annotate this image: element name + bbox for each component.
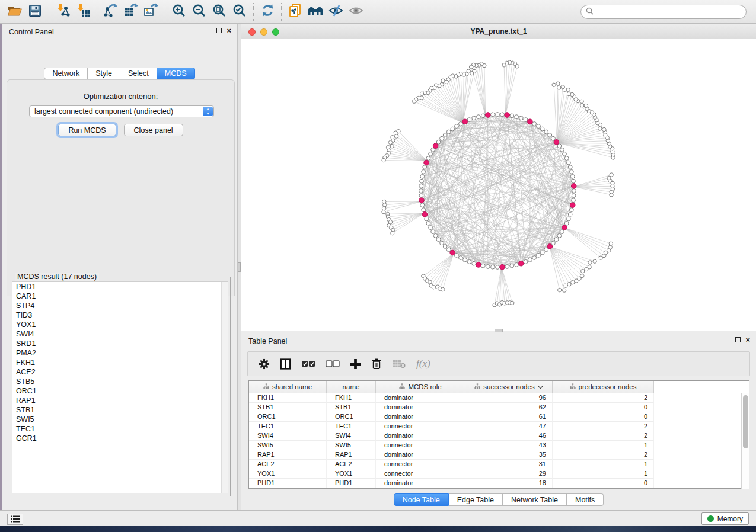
import-table-button[interactable] — [73, 2, 93, 21]
column-header-name[interactable]: name — [327, 381, 376, 393]
network-window-titlebar[interactable]: YPA_prune.txt_1 — [241, 24, 756, 39]
column-header-successor-nodes[interactable]: successor nodes — [465, 381, 553, 393]
scrollbar-thumb[interactable] — [743, 395, 748, 448]
cell-mcds-role: dominator — [376, 412, 465, 422]
select-all-icon[interactable] — [301, 360, 315, 368]
table-panel: Table Panel × f(x) shared namenameMCDS r… — [241, 333, 756, 508]
mcds-result-item[interactable]: STB1 — [12, 405, 228, 415]
column-header-mcds-role[interactable]: MCDS role — [376, 381, 465, 393]
table-row[interactable]: SWI4SWI4dominator462 — [249, 431, 654, 441]
column-header-shared-name[interactable]: shared name — [249, 381, 327, 393]
mcds-result-item[interactable]: PMA2 — [12, 348, 228, 358]
tab-select[interactable]: Select — [120, 68, 157, 79]
mcds-result-item[interactable]: ACE2 — [12, 367, 228, 377]
show-columns-button[interactable] — [280, 358, 291, 370]
toolbar-separator — [253, 3, 254, 21]
close-panel-icon[interactable]: × — [227, 28, 231, 33]
tab-motifs[interactable]: Motifs — [567, 493, 604, 506]
mcds-list-scrollbar[interactable] — [221, 282, 228, 493]
tab-node-table[interactable]: Node Table — [394, 493, 449, 506]
hierarchy-icon — [399, 383, 405, 390]
show-all-button[interactable] — [346, 2, 366, 21]
splitter-handle[interactable] — [495, 329, 503, 332]
mcds-result-item[interactable]: RAP1 — [12, 396, 228, 405]
table-row[interactable]: YOX1YOX1connector291 — [249, 469, 654, 479]
criterion-dropdown[interactable]: largest connected component (undirected)… — [29, 105, 214, 117]
node-table[interactable]: shared namenameMCDS rolesuccessor nodesp… — [248, 380, 749, 489]
memory-button[interactable]: Memory — [701, 512, 749, 525]
cell-mcds-role: connector — [376, 460, 465, 469]
mcds-result-item[interactable]: SWI5 — [12, 415, 228, 424]
mcds-result-item[interactable]: SRD1 — [12, 339, 228, 348]
tab-network[interactable]: Network — [44, 68, 88, 79]
export-image-button[interactable] — [141, 2, 161, 21]
search-box[interactable] — [580, 5, 747, 19]
export-network-button[interactable] — [101, 2, 121, 21]
network-canvas[interactable] — [241, 39, 756, 331]
zoom-selected-button[interactable] — [229, 2, 250, 21]
table-row[interactable]: RAP1RAP1dominator352 — [249, 450, 654, 460]
mcds-result-item[interactable]: SWI4 — [12, 329, 228, 339]
clone-network-icon — [288, 3, 303, 21]
memory-status-icon — [707, 515, 714, 522]
add-column-button[interactable] — [350, 358, 361, 370]
table-toolbar: f(x) — [247, 351, 750, 376]
float-panel-icon[interactable] — [216, 28, 222, 33]
import-network-button[interactable] — [53, 2, 73, 21]
cell-shared-name: YOX1 — [249, 469, 327, 479]
clone-network-button[interactable] — [285, 2, 305, 21]
dropdown-stepper-icon: ▲▼ — [203, 107, 213, 116]
refresh-layout-button[interactable] — [257, 2, 277, 21]
cell-successor-nodes: 47 — [465, 422, 553, 431]
table-row[interactable]: STB1STB1dominator620 — [249, 403, 654, 412]
first-neighbors-button[interactable] — [305, 2, 326, 21]
mcds-result-item[interactable]: CAR1 — [12, 291, 228, 301]
table-row[interactable]: PHD1PHD1dominator180 — [249, 479, 654, 488]
status-bar: Memory — [0, 510, 756, 526]
mcds-result-item[interactable]: STP4 — [12, 301, 228, 310]
float-panel-icon[interactable] — [735, 337, 741, 342]
table-row[interactable]: SWI5SWI5connector431 — [249, 441, 654, 450]
mcds-result-item[interactable]: PHD1 — [12, 282, 228, 291]
network-graph[interactable] — [241, 39, 756, 331]
delete-column-button[interactable] — [371, 358, 382, 370]
mcds-result-list[interactable]: PHD1CAR1STP4TID3YOX1SWI4SRD1PMA2FKH1ACE2… — [12, 281, 228, 493]
mcds-result-item[interactable]: GCR1 — [12, 434, 228, 443]
zoom-out-button[interactable] — [189, 2, 209, 21]
mcds-result-item[interactable]: STB5 — [12, 377, 228, 386]
tab-network-table[interactable]: Network Table — [503, 493, 567, 506]
zoom-fit-button[interactable] — [209, 2, 229, 21]
import-network-icon — [55, 3, 71, 21]
table-settings-button[interactable] — [259, 358, 270, 370]
mcds-result-item[interactable]: YOX1 — [12, 320, 228, 329]
run-mcds-button[interactable]: Run MCDS — [58, 124, 116, 136]
mcds-result-item[interactable]: FKH1 — [12, 358, 228, 367]
splitter-handle[interactable] — [238, 262, 241, 272]
table-scrollbar[interactable] — [741, 393, 749, 489]
table-panel-title: Table Panel — [248, 337, 287, 345]
control-panel: Control Panel × NetworkStyleSelectMCDS O… — [2, 24, 238, 510]
tab-mcds[interactable]: MCDS — [157, 68, 195, 79]
tab-style[interactable]: Style — [88, 68, 120, 79]
export-table-button[interactable] — [121, 2, 141, 21]
task-history-button[interactable] — [7, 514, 23, 525]
close-panel-button[interactable]: Close panel — [124, 124, 183, 136]
hide-selected-button[interactable] — [326, 2, 346, 21]
cell-predecessor-nodes: 1 — [553, 469, 654, 479]
close-panel-icon[interactable]: × — [745, 337, 750, 342]
save-session-button[interactable] — [25, 2, 45, 21]
table-row[interactable]: FKH1FKH1dominator962 — [249, 393, 654, 403]
zoom-in-button[interactable] — [169, 2, 189, 21]
table-row[interactable]: TEC1TEC1connector472 — [249, 422, 654, 431]
mcds-result-item[interactable]: TEC1 — [12, 424, 228, 434]
column-header-predecessor-nodes[interactable]: predecessor nodes — [553, 381, 654, 393]
table-row[interactable]: ACE2ACE2connector311 — [249, 460, 654, 469]
mcds-result-item[interactable]: TID3 — [12, 310, 228, 320]
mcds-result-item[interactable]: ORC1 — [12, 386, 228, 396]
unselect-all-icon[interactable] — [326, 360, 340, 368]
table-row[interactable]: ORC1ORC1dominator610 — [249, 412, 654, 422]
open-file-button[interactable] — [5, 2, 25, 21]
tab-edge-table[interactable]: Edge Table — [449, 493, 503, 506]
delete-table-button-disabled — [392, 359, 406, 368]
search-input[interactable] — [596, 8, 741, 16]
